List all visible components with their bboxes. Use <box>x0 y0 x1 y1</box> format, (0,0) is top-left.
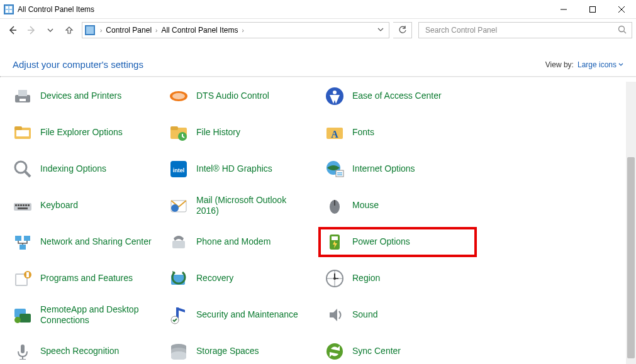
svg-rect-24 <box>14 126 22 130</box>
view-by-select[interactable]: Large icons <box>577 60 623 69</box>
internet-options-icon <box>323 158 346 180</box>
breadcrumb-part[interactable]: Control Panel <box>106 26 152 35</box>
control-panel-item[interactable]: Storage Spaces <box>164 338 320 360</box>
control-panel-item[interactable]: Programs and Features <box>8 265 164 292</box>
svg-rect-2 <box>6 6 8 9</box>
devices-printers-icon <box>11 85 34 108</box>
titlebar: All Control Panel Items <box>0 0 636 19</box>
svg-point-20 <box>172 93 185 99</box>
chevron-right-icon[interactable]: › <box>153 27 160 34</box>
view-by-value: Large icons <box>577 60 616 69</box>
svg-rect-39 <box>18 204 20 206</box>
recent-dropdown[interactable] <box>42 21 59 39</box>
item-label: RemoteApp and Desktop Connections <box>40 304 153 326</box>
control-panel-small-icon <box>85 25 95 35</box>
control-panel-item[interactable]: RemoteApp and Desktop Connections <box>8 301 164 329</box>
minimize-button[interactable] <box>549 0 578 19</box>
file-explorer-icon <box>11 121 34 144</box>
svg-point-14 <box>619 26 625 31</box>
item-label: Mouse <box>352 200 379 211</box>
dts-audio-icon <box>167 85 190 108</box>
phone-modem-icon <box>167 231 190 253</box>
svg-rect-42 <box>25 204 27 206</box>
svg-rect-51 <box>20 245 26 250</box>
control-panel-item[interactable]: Phone and Modem <box>164 228 320 256</box>
vertical-scrollbar[interactable] <box>626 82 636 364</box>
svg-rect-13 <box>86 26 94 34</box>
header-row: Adjust your computer's settings View by:… <box>0 41 636 76</box>
search-icon[interactable] <box>618 25 627 36</box>
item-label: Power Options <box>352 236 410 248</box>
navbar: › Control Panel › All Control Panel Item… <box>0 19 636 41</box>
control-panel-item[interactable]: Speech Recognition <box>8 338 164 360</box>
search-input[interactable] <box>424 25 618 35</box>
close-button[interactable] <box>607 0 636 19</box>
keyboard-icon <box>11 194 34 217</box>
breadcrumb-part[interactable]: All Control Panel Items <box>161 26 238 35</box>
control-panel-item[interactable]: Power Options <box>320 228 476 256</box>
item-label: Indexing Options <box>40 163 106 175</box>
svg-rect-38 <box>15 204 17 206</box>
item-label: Speech Recognition <box>40 346 119 357</box>
svg-rect-49 <box>15 236 21 241</box>
programs-icon <box>11 267 34 290</box>
svg-point-22 <box>333 91 337 94</box>
item-label: Network and Sharing Center <box>40 236 152 248</box>
ease-access-icon <box>323 85 346 108</box>
control-panel-item[interactable]: Network and Sharing Center <box>8 228 164 256</box>
page-title: Adjust your computer's settings <box>13 59 143 70</box>
control-panel-item[interactable]: File History <box>164 119 320 146</box>
address-bar[interactable]: › Control Panel › All Control Panel Item… <box>82 22 389 38</box>
svg-rect-17 <box>18 90 27 96</box>
svg-line-15 <box>624 31 627 33</box>
control-panel-item[interactable]: Devices and Printers <box>8 82 164 110</box>
indexing-icon <box>11 158 34 180</box>
svg-rect-58 <box>26 272 29 277</box>
svg-point-46 <box>171 204 179 212</box>
scrollbar-thumb[interactable] <box>627 157 635 358</box>
speech-icon <box>11 340 34 360</box>
control-panel-item[interactable]: Region <box>320 265 476 292</box>
svg-rect-70 <box>21 345 25 353</box>
control-panel-item[interactable]: DTS Audio Control <box>164 82 320 110</box>
view-by-label: View by: <box>545 60 574 69</box>
control-panel-item[interactable]: File Explorer Options <box>8 119 164 146</box>
control-panel-item[interactable]: Recovery <box>164 265 320 292</box>
control-panel-item[interactable]: Ease of Access Center <box>320 82 476 110</box>
control-panel-item[interactable]: Sync Center <box>320 338 476 360</box>
remoteapp-icon <box>11 304 34 326</box>
item-label: DTS Audio Control <box>196 91 269 102</box>
breadcrumb: › Control Panel › All Control Panel Item… <box>98 26 247 35</box>
forward-button[interactable] <box>23 21 40 39</box>
svg-point-31 <box>15 162 26 173</box>
control-panel-item[interactable]: Internet Options <box>320 155 476 183</box>
svg-rect-65 <box>20 314 31 323</box>
svg-rect-36 <box>336 170 343 177</box>
svg-rect-43 <box>28 204 30 206</box>
control-panel-item[interactable]: AFonts <box>320 119 476 146</box>
item-label: Sync Center <box>352 346 401 357</box>
control-panel-item[interactable]: Mouse <box>320 192 476 219</box>
control-panel-item[interactable]: Indexing Options <box>8 155 164 183</box>
svg-rect-50 <box>24 236 30 241</box>
address-dropdown[interactable] <box>375 26 386 35</box>
network-icon <box>11 231 34 253</box>
search-box[interactable] <box>418 22 632 38</box>
control-panel-item[interactable]: Mail (Microsoft Outlook 2016) <box>164 192 320 219</box>
back-button[interactable] <box>4 21 21 39</box>
sync-icon <box>323 340 346 360</box>
svg-rect-52 <box>172 241 185 248</box>
control-panel-item[interactable]: Keyboard <box>8 192 164 219</box>
control-panel-item[interactable]: Security and Maintenance <box>164 301 320 329</box>
maximize-button[interactable] <box>578 0 607 19</box>
item-label: Internet Options <box>352 163 415 175</box>
control-panel-item[interactable]: Sound <box>320 301 476 329</box>
refresh-button[interactable] <box>393 22 412 38</box>
control-panel-item[interactable]: intelIntel® HD Graphics <box>164 155 320 183</box>
chevron-right-icon[interactable]: › <box>98 27 104 34</box>
svg-rect-54 <box>332 236 338 240</box>
item-label: Sound <box>352 309 377 321</box>
chevron-right-icon[interactable]: › <box>239 27 246 34</box>
mail-icon <box>167 194 190 217</box>
up-button[interactable] <box>60 21 78 39</box>
